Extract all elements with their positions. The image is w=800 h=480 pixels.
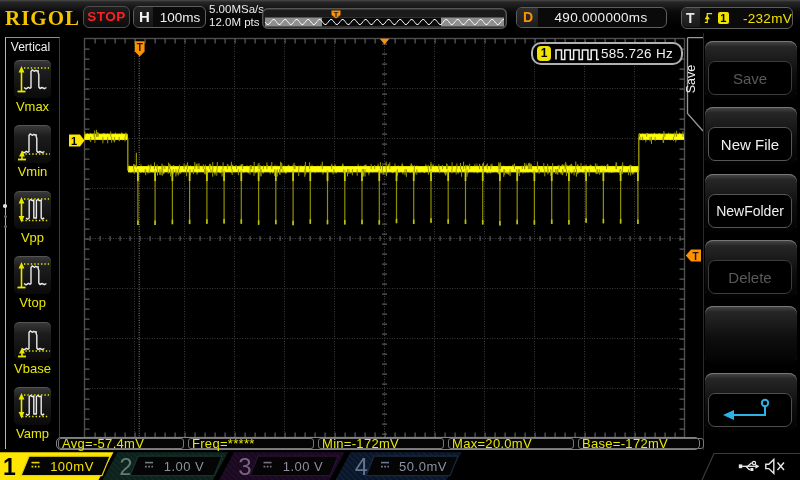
svg-text:1: 1 <box>3 454 16 480</box>
svg-text:100mV: 100mV <box>50 459 94 474</box>
svg-text:1.00 V: 1.00 V <box>164 459 205 474</box>
svg-text:1.00 V: 1.00 V <box>283 459 324 474</box>
svg-text:50.0mV: 50.0mV <box>399 459 447 474</box>
svg-text:T: T <box>137 42 143 53</box>
svg-text:T: T <box>692 251 698 262</box>
svg-text:1: 1 <box>71 135 77 147</box>
svg-text:Save: Save <box>684 65 698 94</box>
